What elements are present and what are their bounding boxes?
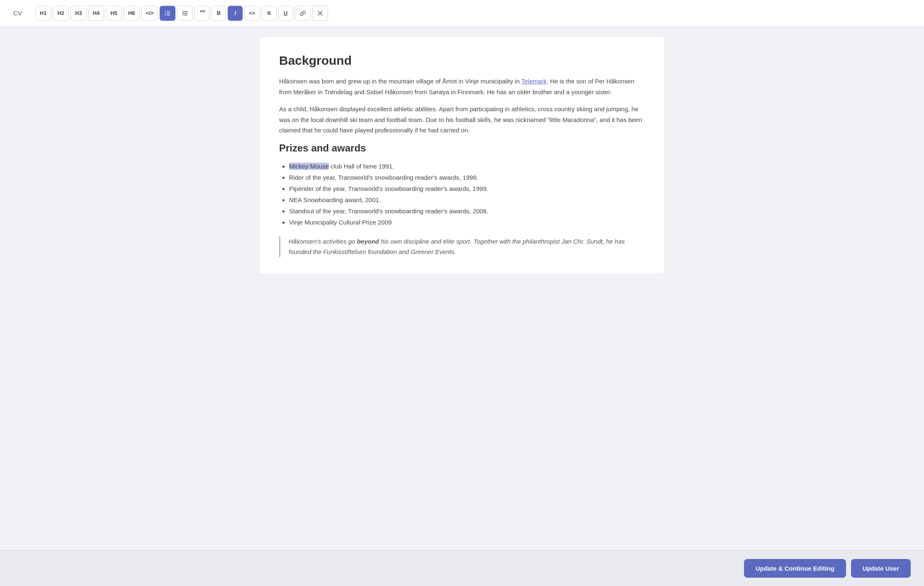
toolbar: H1 H2 H3 H4 H5 H6 </> 1. xyxy=(35,6,328,21)
toolbar-h1[interactable]: H1 xyxy=(35,6,51,21)
toolbar-strikethrough[interactable]: S xyxy=(262,6,277,21)
main-content: Background Håkonsen was born and grew up… xyxy=(0,27,924,550)
toolbar-italic[interactable]: I xyxy=(228,6,243,21)
toolbar-ol[interactable]: 1. 2. 3. xyxy=(177,6,193,21)
svg-rect-5 xyxy=(167,15,170,15)
toolbar-ul[interactable] xyxy=(160,6,175,21)
list-item: Vinje Municipality Cultural Prize 2009 xyxy=(289,217,645,228)
svg-rect-7 xyxy=(184,11,187,12)
paragraph-1: Håkonsen was born and grew up in the mou… xyxy=(279,76,645,97)
svg-rect-0 xyxy=(165,11,166,12)
update-continue-button[interactable]: Update & Continue Editing xyxy=(744,559,846,578)
toolbar-clear-format[interactable] xyxy=(312,6,328,21)
blockquote-bold: beyond xyxy=(357,238,379,245)
svg-rect-4 xyxy=(165,15,166,15)
toolbar-bold[interactable]: B xyxy=(211,6,226,21)
svg-rect-9 xyxy=(184,13,187,14)
toolbar-h6[interactable]: H6 xyxy=(124,6,140,21)
clear-format-icon xyxy=(317,10,323,17)
svg-rect-3 xyxy=(167,13,170,14)
para1-before-link: Håkonsen was born and grew up in the mou… xyxy=(279,78,521,85)
editor-container[interactable]: Background Håkonsen was born and grew up… xyxy=(259,37,665,274)
top-bar: CV H1 H2 H3 H4 H5 H6 </> 1. xyxy=(0,0,924,27)
blockquote-before-bold: Håkonsen's activities go xyxy=(289,238,357,245)
list-item: NEA Snowboarding award, 2001. xyxy=(289,194,645,205)
list-item: Piperider of the year, Transworld's snow… xyxy=(289,183,645,194)
update-user-button[interactable]: Update User xyxy=(851,559,911,578)
toolbar-h4[interactable]: H4 xyxy=(88,6,105,21)
link-icon xyxy=(299,10,306,17)
telemark-link[interactable]: Telemark xyxy=(521,78,547,85)
svg-rect-1 xyxy=(167,11,170,12)
list-item: Mickey Mouse club Hall of fame 1991. xyxy=(289,161,645,172)
cv-label: CV xyxy=(13,10,22,17)
page-wrapper: CV H1 H2 H3 H4 H5 H6 </> 1. xyxy=(0,0,924,586)
awards-list: Mickey Mouse club Hall of fame 1991. Rid… xyxy=(289,161,645,228)
paragraph-2: As a child, Håkonsen displayed excellent… xyxy=(279,104,645,136)
list-item: Standout of the year, Transworld's snowb… xyxy=(289,205,645,217)
svg-text:3.: 3. xyxy=(182,13,185,16)
ol-icon: 1. 2. 3. xyxy=(182,10,188,17)
svg-rect-2 xyxy=(165,13,166,14)
toolbar-blockquote[interactable]: " " xyxy=(195,6,209,21)
toolbar-link[interactable] xyxy=(295,6,311,21)
background-heading: Background xyxy=(279,54,645,68)
blockquote: Håkonsen's activities go beyond his own … xyxy=(279,236,645,257)
toolbar-underline[interactable]: U xyxy=(278,6,293,21)
list-item: Rider of the year, Transworld's snowboar… xyxy=(289,172,645,183)
toolbar-code[interactable]: </> xyxy=(141,6,158,21)
ul-icon xyxy=(164,10,171,17)
selected-text-mickey: Mickey Mouse xyxy=(289,163,329,170)
toolbar-h2[interactable]: H2 xyxy=(53,6,69,21)
toolbar-h5[interactable]: H5 xyxy=(106,6,122,21)
toolbar-h3[interactable]: H3 xyxy=(71,6,87,21)
list-item-rest: club Hall of fame 1991. xyxy=(329,163,394,170)
toolbar-angle-brackets[interactable]: <> xyxy=(244,6,260,21)
prizes-heading: Prizes and awards xyxy=(279,142,645,154)
svg-rect-11 xyxy=(184,15,187,15)
bottom-bar: Update & Continue Editing Update User xyxy=(0,550,924,586)
